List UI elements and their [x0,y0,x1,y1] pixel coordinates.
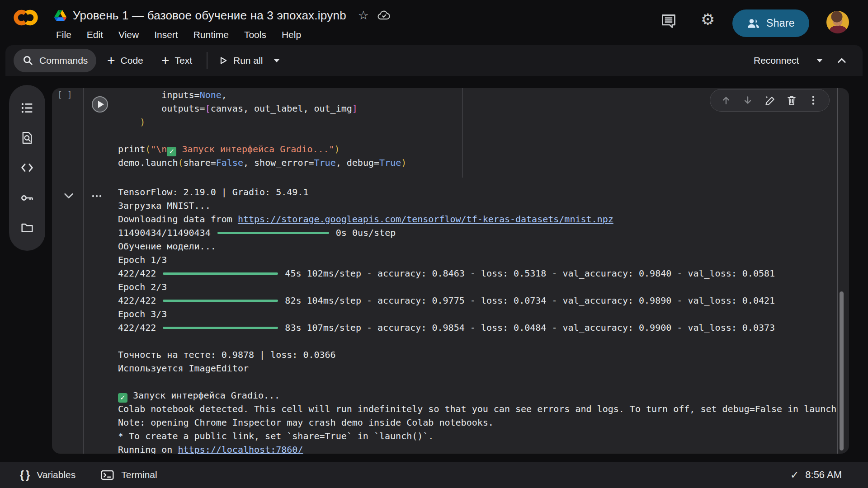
more-cell-actions-icon[interactable] [807,94,819,106]
cell-left-border [83,88,84,454]
menu-item-runtime[interactable]: Runtime [193,28,230,42]
menu-item-view[interactable]: View [118,28,140,42]
settings-gear-icon[interactable]: ⚙ [701,11,715,28]
output-line: Точность на тесте: 0.9878 | loss: 0.0366 [118,348,836,361]
last-saved-time: 8:56 AM [805,469,842,481]
header: Уровень 1 — базовое обучение на 3 эпохах… [0,0,868,45]
left-sidebar [9,85,45,251]
execution-indicator[interactable]: [ ] [57,90,72,99]
braces-icon: { } [20,469,29,481]
commands-button[interactable]: Commands [14,49,96,72]
add-text-button[interactable]: + Text [161,49,192,72]
cell-toolbar [710,89,830,112]
output-link[interactable]: https://localhost:7860/ [178,444,303,454]
terminal-button[interactable]: Terminal [101,469,157,481]
collapse-header-icon[interactable] [836,55,847,66]
output-line: Загрузка MNIST... [118,199,836,212]
run-all-label: Run all [233,55,263,66]
output-options-icon[interactable] [91,192,104,200]
drive-icon [54,10,66,21]
output-lines: TensorFlow: 2.19.0 | Gradio: 5.49.1Загру… [118,185,836,454]
progress-bar [217,232,329,234]
code-line: print("\n✓ Запуск интерфейса Gradio...") [118,142,406,156]
output-line: Downloading data from https://storage.go… [118,212,836,226]
add-text-label: Text [175,55,193,66]
files-folder-icon[interactable] [20,221,34,235]
plus-icon: + [161,54,170,67]
output-line: 422/422 83s 107ms/step - accuracy: 0.985… [118,321,836,334]
code-line: outputs=[canvas, out_label, out_img] [118,102,406,115]
people-icon [747,18,760,29]
colab-window: Уровень 1 — базовое обучение на 3 эпохах… [0,0,868,488]
output-line [118,334,836,348]
variables-label: Variables [37,469,75,480]
output-line: 11490434/11490434 0s 0us/step [118,226,836,239]
output-line: Colab notebook detected. This cell will … [118,402,836,416]
variables-button[interactable]: { } Variables [20,469,75,481]
progress-bar [163,272,278,275]
code-line [118,129,406,142]
title-row: Уровень 1 — базовое обучение на 3 эпохах… [54,4,391,27]
output-line: TensorFlow: 2.19.0 | Gradio: 5.49.1 [118,185,836,199]
reconnect-button[interactable]: Reconnect [754,49,799,72]
run-cell-button[interactable] [92,96,108,113]
run-all-caret[interactable] [274,59,280,62]
scrollbar-thumb[interactable] [840,291,844,450]
footer-bar: { } Variables Terminal ✓ 8:56 AM [0,462,868,488]
add-code-label: Code [121,55,143,66]
menu-bar: FileEditViewInsertRuntimeToolsHelp [55,28,302,42]
output-line: Epoch 1/3 [118,253,836,267]
menu-item-edit[interactable]: Edit [86,28,104,42]
delete-cell-icon[interactable] [786,94,797,106]
run-icon [219,56,228,65]
share-label: Share [766,17,795,29]
progress-bar [163,327,278,329]
code-lines[interactable]: inputs=None, outputs=[canvas, out_label,… [118,88,406,169]
terminal-label: Terminal [121,469,157,480]
code-line: ) [118,115,406,129]
run-all-button[interactable]: Run all [219,49,263,72]
cloud-saved-icon[interactable] [377,10,391,21]
find-replace-icon[interactable] [20,131,34,145]
output-line: 422/422 45s 102ms/step - accuracy: 0.846… [118,267,836,280]
menu-item-file[interactable]: File [55,28,72,42]
table-of-contents-icon[interactable] [20,101,34,115]
output-line: Epoch 2/3 [118,280,836,294]
menu-item-insert[interactable]: Insert [153,28,179,42]
move-cell-up-icon[interactable] [720,94,732,106]
avatar[interactable] [826,11,849,33]
commands-label: Commands [39,55,88,66]
collapse-output-icon[interactable] [63,190,75,202]
output-line: Обучение модели... [118,239,836,253]
star-icon[interactable]: ☆ [358,8,369,23]
search-icon [23,55,33,66]
comment-icon[interactable] [660,13,677,30]
toolbar-divider [207,52,208,69]
scrollbar-track [837,88,838,454]
code-line: inputs=None, [118,88,406,102]
terminal-icon [101,469,114,481]
notebook-panel: [ ] inputs=None, outputs=[canvas, out_la… [52,88,849,454]
reconnect-caret[interactable] [816,59,823,62]
edit-with-ai-icon[interactable] [764,94,775,106]
progress-bar [163,300,278,302]
move-cell-down-icon[interactable] [742,94,754,106]
saved-check-icon: ✓ [790,469,799,481]
menu-item-help[interactable]: Help [281,28,302,42]
colab-logo[interactable] [12,7,40,28]
plus-icon: + [107,54,115,67]
notebook-title[interactable]: Уровень 1 — базовое обучение на 3 эпохах… [73,9,346,23]
add-code-button[interactable]: + Code [107,49,143,72]
code-snippets-icon[interactable] [20,161,34,174]
share-button[interactable]: Share [732,9,809,37]
menu-item-tools[interactable]: Tools [243,28,267,42]
check-emoji: ✓ [118,393,127,403]
output-line: 422/422 82s 104ms/step - accuracy: 0.977… [118,294,836,307]
output-line: ✓ Запуск интерфейса Gradio... [118,389,836,402]
output-line: Running on https://localhost:7860/ [118,443,836,454]
output-line [118,375,836,389]
reconnect-label: Reconnect [754,55,799,66]
output-link[interactable]: https://storage.googleapis.com/tensorflo… [238,214,613,225]
secrets-key-icon[interactable] [20,191,34,205]
check-emoji: ✓ [167,147,176,156]
